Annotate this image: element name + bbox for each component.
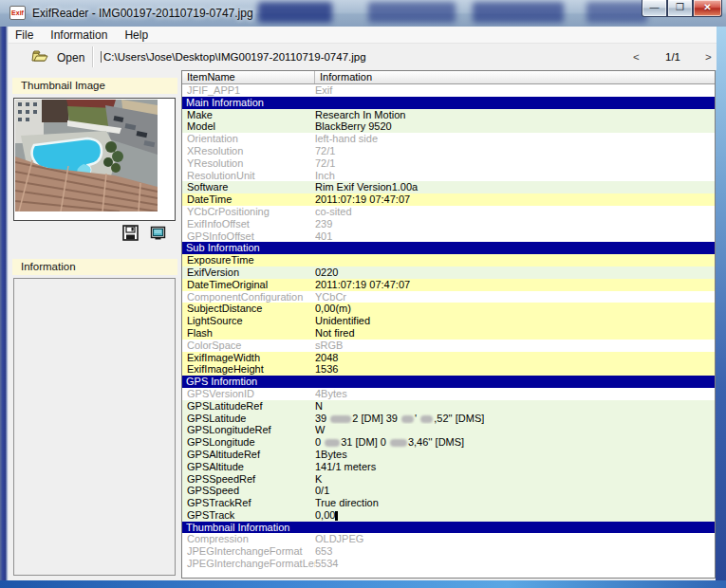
item-value-cell: N (315, 400, 715, 413)
table-row[interactable]: GPSVersionID4Bytes (182, 388, 715, 400)
item-value-cell: True direction (315, 497, 715, 509)
table-row[interactable]: GPSTrack0,00 (182, 509, 715, 522)
table-row[interactable]: YCbCrPositioningco-sited (182, 206, 715, 218)
exifreader-window: Exif ExifReader - IMG00197-20110719-0747… (0, 0, 726, 588)
item-value-cell: left-hand side (315, 133, 715, 145)
file-path-field[interactable]: C:\Users\Jose\Desktop\IMG00197-20110719-… (101, 51, 366, 63)
open-button-label: Open (57, 51, 84, 64)
item-value-cell: 1536 (315, 363, 715, 376)
table-row[interactable]: ExifVersion0220 (182, 266, 715, 279)
table-row[interactable]: LightSourceUnidentified (182, 315, 715, 327)
table-row[interactable]: GPSLongitudeRefW (182, 424, 715, 436)
redacted-value (401, 415, 414, 423)
item-value-cell: 4Bytes (315, 388, 715, 400)
title-bar[interactable]: Exif ExifReader - IMG00197-20110719-0747… (0, 0, 726, 27)
section-header-row[interactable]: Thumbnail Information (182, 522, 715, 534)
table-row[interactable]: GPSInfoOffset401 (182, 230, 715, 243)
table-row[interactable]: CompressionOLDJPEG (182, 533, 715, 545)
redacted-value (330, 415, 351, 423)
thumbnail-image (13, 98, 176, 221)
item-value-cell: 0/1 (315, 485, 715, 497)
item-value-cell: 401 (315, 230, 715, 243)
item-name-cell: ColorSpace (182, 340, 315, 352)
table-row[interactable]: Orientationleft-hand side (182, 133, 715, 145)
table-row[interactable]: ExifImageHeight1536 (182, 363, 715, 376)
table-row[interactable]: ExifInfoOffset239 (182, 218, 715, 230)
table-header[interactable]: ItemName Information (182, 71, 715, 84)
information-section-header: Information (12, 259, 177, 275)
menu-bar: FileInformationHelp (9, 27, 717, 43)
menu-item-information[interactable]: Information (42, 28, 116, 43)
table-row[interactable]: SubjectDistance0,00(m) (182, 303, 715, 315)
table-row[interactable]: GPSSpeedRefK (182, 473, 715, 486)
redacted-value (325, 439, 340, 447)
section-header-row[interactable]: Main Information (182, 97, 715, 109)
section-header-row[interactable]: GPS Informtion (182, 376, 715, 388)
close-button[interactable]: ✕ (693, 0, 722, 17)
section-header-row[interactable]: Sub Information (182, 242, 715, 254)
table-row[interactable]: GPSLatitudeRefN (182, 400, 715, 413)
table-row[interactable]: GPSAltitude141/1 meters (182, 461, 715, 473)
item-value-cell: Research In Motion (315, 109, 715, 121)
table-row[interactable]: SoftwareRim Exif Version1.00a (182, 181, 715, 193)
item-value-cell: 141/1 meters (315, 461, 715, 473)
table-row[interactable]: GPSSpeed0/1 (182, 485, 715, 497)
table-row[interactable]: DateTime2011:07:19 07:47:07 (182, 193, 715, 206)
exif-table: ItemName Information JFIF_APP1ExifMain I… (181, 70, 716, 579)
item-value-cell: 39 2 [DM] 39 ' ,52'' [DMS] (315, 413, 715, 425)
item-name-cell: JFIF_APP1 (182, 84, 315, 97)
item-value-cell: W (315, 424, 715, 436)
table-row[interactable]: YResolution72/1 (182, 157, 715, 170)
minimize-button[interactable]: — (642, 0, 667, 17)
background-blur-blob (368, 2, 456, 23)
redacted-value (390, 439, 407, 447)
item-value-cell: 0 31 [DM] 0 3,46'' [DMS] (315, 436, 715, 449)
table-row[interactable]: ModelBlackBerry 9520 (182, 120, 715, 133)
table-row[interactable]: JPEGInterchangeFormat653 (182, 545, 715, 558)
table-row[interactable]: GPSLongitude0 31 [DM] 0 3,46'' [DMS] (182, 436, 715, 449)
column-header-information[interactable]: Information (315, 71, 715, 83)
window-title: ExifReader - IMG00197-20110719-0747.jpg (32, 7, 253, 20)
table-row[interactable]: ExposureTime (182, 254, 715, 266)
item-value-cell: 2048 (315, 352, 715, 364)
table-row[interactable]: DateTimeOriginal2011:07:19 07:47:07 (182, 279, 715, 291)
client-area: FileInformationHelp Open C:\Users\Jose\D… (8, 27, 716, 580)
view-image-button[interactable] (150, 225, 166, 241)
table-row[interactable]: GPSAltitudeRef1Bytes (182, 449, 715, 461)
table-row[interactable]: FlashNot fired (182, 327, 715, 340)
item-name-cell: GPSSpeed (182, 485, 315, 497)
background-blur-blob (473, 2, 564, 23)
column-header-itemname[interactable]: ItemName (182, 71, 315, 83)
menu-item-help[interactable]: Help (116, 28, 157, 43)
item-value-cell: 0220 (315, 266, 715, 279)
next-image-button[interactable]: > (705, 51, 712, 63)
information-panel (13, 278, 176, 576)
table-row[interactable]: JPEGInterchangeFormatLen...5534 (182, 558, 715, 570)
item-value-cell: OLDJPEG (315, 533, 715, 545)
maximize-button[interactable]: ❐ (667, 0, 693, 17)
table-row[interactable]: ComponentConfigurationYCbCr (182, 291, 715, 303)
item-name-cell: Compression (182, 533, 315, 545)
open-button[interactable]: Open (28, 47, 88, 67)
table-row[interactable]: XResolution72/1 (182, 145, 715, 157)
table-row[interactable]: ColorSpacesRGB (182, 340, 715, 352)
table-row[interactable]: GPSLatitude39 2 [DM] 39 ' ,52'' [DMS] (182, 413, 715, 425)
item-name-cell: ExifImageHeight (182, 363, 315, 376)
table-row[interactable]: JFIF_APP1Exif (182, 84, 715, 97)
item-value-cell: K (315, 473, 715, 486)
table-row[interactable]: ExifImageWidth2048 (182, 352, 715, 364)
toolbar: Open C:\Users\Jose\Desktop\IMG00197-2011… (9, 43, 717, 70)
table-row[interactable]: GPSTrackRefTrue direction (182, 497, 715, 509)
item-name-cell: JPEGInterchangeFormatLen... (182, 558, 315, 570)
table-row[interactable]: ResolutionUnitInch (182, 170, 715, 182)
item-name-cell: ExifInfoOffset (182, 218, 315, 230)
thumbnail-section-header: Thumbnail Image (12, 78, 177, 94)
item-name-cell: ComponentConfiguration (182, 291, 315, 303)
table-row[interactable]: MakeResearch In Motion (182, 109, 715, 121)
previous-image-button[interactable]: < (633, 51, 640, 63)
menu-item-file[interactable]: File (9, 28, 42, 43)
item-name-cell: ExifImageWidth (182, 352, 315, 364)
exif-table-body: JFIF_APP1ExifMain InformationMakeResearc… (182, 84, 715, 570)
item-name-cell: GPSTrackRef (182, 497, 315, 509)
save-thumbnail-button[interactable] (122, 225, 139, 241)
